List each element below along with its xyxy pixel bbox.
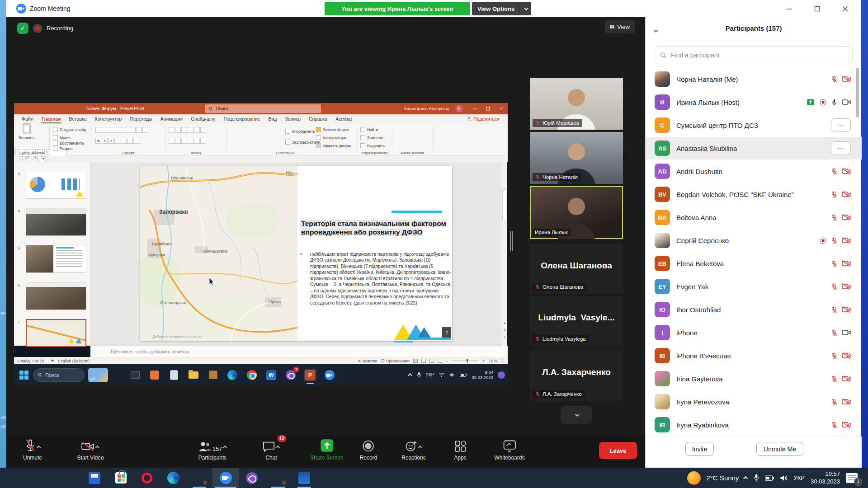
language-indicator[interactable]: УКР — [426, 372, 434, 377]
panel-scrollbar[interactable] — [856, 68, 859, 117]
slide-thumbnail[interactable]: 7 — [14, 319, 90, 351]
next-slide-button[interactable]: ≚ — [501, 336, 508, 339]
customize-icon[interactable]: ▾ — [41, 156, 46, 161]
zoom-icon[interactable] — [212, 468, 239, 488]
comments-toggle[interactable]: 🗩 Примечания — [381, 359, 409, 363]
ppt-quick-access-toolbar[interactable]: ▪ ↶ ↷ ▾ — [14, 156, 508, 162]
participant-row[interactable]: EY Evgen Yak ⋯ — [646, 275, 862, 298]
shape-fill-button[interactable]: Заливка фигуры — [316, 127, 349, 132]
mic-tray-icon[interactable] — [754, 474, 759, 482]
slide-preview[interactable] — [26, 319, 86, 347]
security-shield-icon[interactable]: ✓ — [17, 23, 28, 34]
ppt-ribbon-tab[interactable]: Справка — [305, 114, 331, 123]
new-slide-button[interactable]: Создать слайд — [53, 127, 86, 132]
slide-title[interactable]: Територія стала визначальним фактором вп… — [300, 220, 449, 236]
ppt-ribbon-tab[interactable]: Главная — [38, 114, 65, 123]
opera-icon[interactable] — [134, 468, 160, 488]
font-name-controls[interactable] — [95, 127, 149, 133]
participant-row[interactable]: IB iPhone В'ячеслав ⋯ — [646, 344, 862, 367]
save-icon[interactable]: ▪ — [18, 156, 23, 161]
previous-slide-button[interactable]: ≙ — [501, 328, 508, 332]
format-button[interactable] — [114, 138, 120, 144]
weather-sun-icon[interactable] — [687, 471, 701, 485]
unmute-button[interactable]: Unmute — [23, 439, 42, 461]
ppt-notes-area[interactable]: Щелкните, чтобы добавить заметки — [90, 346, 508, 357]
viber-icon[interactable] — [239, 468, 265, 488]
notification-center-icon[interactable]: 1 — [846, 473, 858, 483]
unmute-me-button[interactable]: Unmute Me — [756, 442, 803, 456]
edge-icon[interactable] — [226, 369, 239, 381]
tray-expand-icon[interactable] — [408, 373, 412, 378]
clock[interactable]: 9:5430.03.2023 — [472, 370, 493, 380]
slide-thumbnail[interactable]: 4 — [14, 208, 90, 239]
ppt-ribbon-tab[interactable]: Вид — [264, 114, 281, 123]
edge-icon[interactable] — [160, 468, 186, 488]
package-app-icon[interactable] — [207, 369, 219, 381]
fit-slide-icon[interactable]: ⛶ — [501, 358, 504, 363]
video-tile[interactable]: Ирина Лылык — [530, 186, 623, 239]
start-video-button[interactable]: Start Video — [77, 439, 104, 461]
view-layout-button[interactable]: View — [605, 20, 635, 33]
redo-icon[interactable]: ↷ — [33, 156, 38, 161]
ppt-ribbon-tab[interactable]: Вставка — [65, 114, 91, 123]
video-tile[interactable]: Л.А. Захарченко Л.А. Захарченко — [530, 350, 623, 401]
video-tile[interactable]: Liudmyla Vasyle... Liudmyla Vasylega — [530, 296, 623, 346]
microsoft-store-icon[interactable] — [108, 468, 134, 488]
ppt-ribbon-tab[interactable]: Анимация — [156, 114, 187, 123]
battery-icon[interactable] — [460, 373, 467, 377]
participant-row[interactable]: И Ирина Лылык (Host) ⋯ — [646, 91, 862, 113]
participant-search-input[interactable] — [670, 51, 847, 59]
video-tile[interactable]: Олена Шаганова Олена Шаганова — [530, 244, 623, 294]
reactions-button[interactable]: Reactions — [401, 439, 425, 461]
participants-button[interactable]: 157 Participants — [198, 439, 227, 461]
recording-dot-icon[interactable] — [33, 24, 42, 33]
speaker-icon[interactable] — [449, 372, 455, 377]
format-button[interactable]: Ч — [108, 138, 114, 144]
battery-icon[interactable] — [765, 475, 774, 481]
word-icon[interactable]: W — [265, 369, 278, 381]
zoom-out-button[interactable]: − — [446, 359, 448, 363]
viber-icon[interactable]: 7 — [284, 369, 297, 381]
paragraph-controls-row1[interactable] — [169, 127, 207, 133]
slide-preview[interactable] — [26, 282, 86, 310]
slide-body[interactable]: • найбільших втрат підприємств партнерів… — [300, 251, 451, 306]
clock[interactable]: 10:5730.03.2023 — [811, 470, 840, 486]
file-explorer-icon[interactable] — [187, 369, 200, 381]
share-screen-button[interactable]: Share Screen — [310, 439, 343, 461]
video-tile[interactable]: Чорна Наталія — [530, 132, 623, 184]
participant-row[interactable]: I iPhone ⋯ — [646, 321, 862, 344]
paragraph-controls-row2[interactable] — [169, 138, 207, 144]
chrome-icon[interactable] — [186, 468, 212, 488]
scroll-up-arrow[interactable]: ▲ — [501, 321, 508, 324]
replace-button[interactable]: Заменить — [360, 135, 384, 140]
section-button[interactable]: Раздел — [53, 146, 72, 151]
participant-row[interactable]: BA Boltova Anna ⋯ — [646, 206, 862, 229]
tray-notification-icon[interactable] — [498, 371, 505, 379]
shape-outline-button[interactable]: Контур фигуры — [316, 135, 346, 140]
chat-button[interactable]: 12 Chat — [263, 439, 280, 461]
whiteboards-button[interactable]: Whiteboards — [494, 439, 524, 461]
apps-button[interactable]: Apps — [454, 439, 467, 461]
zoom-app-icon[interactable] — [323, 369, 336, 381]
format-button[interactable] — [121, 138, 127, 144]
participant-row[interactable]: AS Anastasiia Skubilina ⋯ — [646, 137, 862, 160]
chrome-profile2-icon[interactable] — [265, 468, 291, 488]
participant-row[interactable]: Сергій Сергієнко ⋯ — [646, 229, 862, 252]
quick-styles-button[interactable]: Экспресс-стили — [285, 140, 320, 145]
participant-row[interactable]: Iryna Perevozova ⋯ — [646, 390, 862, 413]
search-box[interactable]: Поиск — [33, 368, 85, 382]
start-button[interactable] — [3, 468, 29, 488]
slide-footer-placeholder[interactable]: Добавить нижний колонтитул — [152, 334, 202, 338]
more-options-button[interactable]: ⋯ — [831, 118, 851, 132]
language-indicator[interactable]: УКР — [793, 474, 805, 481]
reset-button[interactable]: Восстановить — [53, 141, 84, 145]
record-button[interactable]: Record — [360, 439, 377, 461]
format-button[interactable] — [133, 138, 139, 144]
slide-thumbnail[interactable]: 6 — [14, 282, 90, 314]
leave-button[interactable]: Leave — [599, 442, 637, 459]
ppt-ribbon-tab[interactable]: Запись — [281, 114, 305, 123]
find-button[interactable]: Найти — [360, 127, 378, 132]
arrange-button[interactable]: Упорядочить — [285, 129, 315, 134]
ppt-scrollbar[interactable]: ▲ ≙ ≚ — [501, 162, 507, 346]
search-icon[interactable] — [29, 468, 55, 488]
